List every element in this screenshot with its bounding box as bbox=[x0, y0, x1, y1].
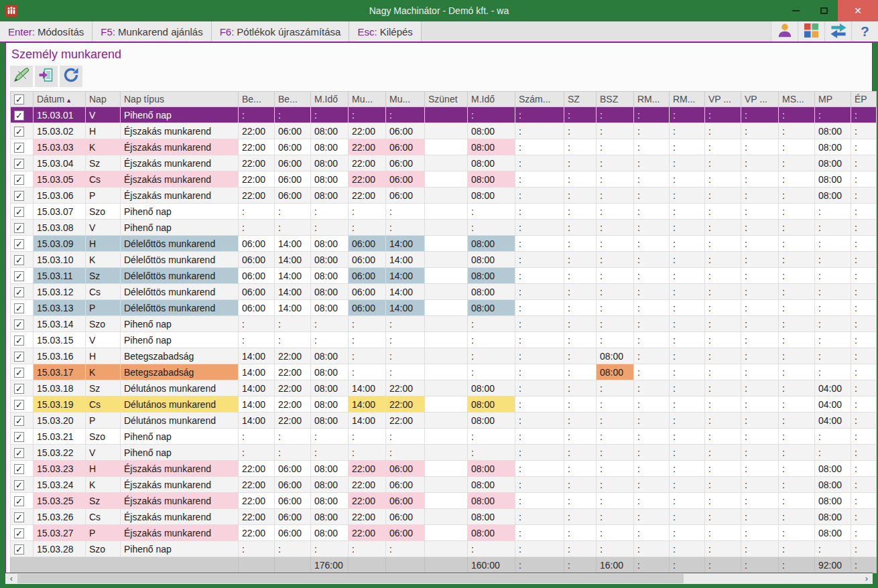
row-checkbox[interactable]: ✓ bbox=[14, 544, 24, 555]
table-row[interactable]: ✓15.03.10KDélelőttös munkarend06:0014:00… bbox=[11, 252, 877, 268]
column-header-sznet[interactable]: Szünet bbox=[425, 92, 468, 107]
table-row[interactable]: ✓15.03.27PÉjszakás munkarend22:0006:0008… bbox=[11, 525, 877, 541]
row-checkbox[interactable]: ✓ bbox=[14, 239, 24, 249]
modify-button[interactable]: Enter: Módosítás bbox=[0, 21, 92, 42]
row-checkbox[interactable]: ✓ bbox=[14, 512, 24, 522]
row-checkbox[interactable]: ✓ bbox=[14, 287, 24, 297]
row-checkbox[interactable]: ✓ bbox=[14, 464, 24, 474]
column-header-naptpus[interactable]: Nap típus bbox=[121, 92, 239, 107]
column-header-mu[interactable]: Mu... bbox=[386, 92, 425, 107]
table-row[interactable]: ✓15.03.28SzoPihenő nap:::::::::::::::: bbox=[11, 541, 877, 557]
table-row[interactable]: ✓15.03.24KÉjszakás munkarend22:0006:0008… bbox=[11, 477, 877, 493]
table-row[interactable]: ✓15.03.01VPihenő nap:::::::::::::::: bbox=[11, 107, 877, 123]
row-checkbox[interactable]: ✓ bbox=[14, 207, 24, 217]
row-checkbox[interactable]: ✓ bbox=[14, 271, 24, 281]
table-row[interactable]: ✓15.03.02HÉjszakás munkarend22:0006:0008… bbox=[11, 123, 877, 139]
table-row[interactable]: ✓15.03.09HDélelőttös munkarend06:0014:00… bbox=[11, 236, 877, 252]
value-cell: : bbox=[515, 107, 564, 123]
row-checkbox[interactable]: ✓ bbox=[14, 111, 24, 121]
row-checkbox[interactable]: ✓ bbox=[14, 368, 24, 378]
table-row[interactable]: ✓15.03.18SzDélutános munkarend14:0022:00… bbox=[11, 380, 877, 396]
row-checkbox[interactable]: ✓ bbox=[14, 448, 24, 458]
row-checkbox[interactable]: ✓ bbox=[14, 432, 24, 442]
help-button[interactable]: ? bbox=[851, 21, 878, 42]
row-checkbox[interactable]: ✓ bbox=[14, 127, 24, 137]
scrollbar-track[interactable] bbox=[17, 573, 861, 584]
row-checkbox[interactable]: ✓ bbox=[14, 496, 24, 506]
column-header-mp[interactable]: MP bbox=[815, 92, 851, 107]
column-header-rm[interactable]: RM... bbox=[634, 92, 670, 107]
column-header-rm[interactable]: RM... bbox=[670, 92, 705, 107]
table-row[interactable]: ✓15.03.07SzoPihenő nap:::::::::::::::: bbox=[11, 204, 877, 220]
edit-button[interactable] bbox=[10, 66, 33, 87]
scrollbar-thumb[interactable] bbox=[17, 574, 684, 583]
column-header-vp[interactable]: VP ... bbox=[741, 92, 779, 107]
horizontal-scrollbar[interactable]: ‹ › bbox=[5, 573, 873, 584]
export-button[interactable] bbox=[35, 66, 58, 87]
close-button[interactable]: ✕ bbox=[838, 0, 878, 21]
column-header-be[interactable]: Be... bbox=[239, 92, 275, 107]
refresh-button[interactable] bbox=[60, 66, 82, 87]
value-cell: : bbox=[634, 139, 670, 155]
row-checkbox[interactable]: ✓ bbox=[14, 303, 24, 313]
minimize-button[interactable] bbox=[781, 2, 810, 19]
table-row[interactable]: ✓15.03.08VPihenő nap:::::::::::::::: bbox=[11, 220, 877, 236]
column-header-mid[interactable]: M.Idő bbox=[468, 92, 515, 107]
column-header-mu[interactable]: Mu... bbox=[349, 92, 386, 107]
row-checkbox[interactable]: ✓ bbox=[14, 480, 24, 490]
table-row[interactable]: ✓15.03.25SzÉjszakás munkarend22:0006:000… bbox=[11, 493, 877, 509]
modules-button[interactable] bbox=[798, 21, 824, 42]
column-header-mid[interactable]: M.Idő bbox=[311, 92, 349, 107]
table-row[interactable]: ✓15.03.26CsÉjszakás munkarend22:0006:000… bbox=[11, 509, 877, 525]
select-all-header[interactable]: ✓ bbox=[11, 92, 34, 107]
exit-button[interactable]: Esc: Kilépés bbox=[349, 21, 421, 42]
row-checkbox[interactable]: ✓ bbox=[14, 319, 24, 329]
scroll-left-icon[interactable]: ‹ bbox=[5, 573, 17, 584]
column-header-be[interactable]: Be... bbox=[275, 92, 311, 107]
table-row[interactable]: ✓15.03.20PDélutános munkarend14:0022:000… bbox=[11, 413, 877, 429]
schedule-suggest-button[interactable]: F5: Munkarend ajánlás bbox=[92, 21, 211, 42]
value-cell: : bbox=[741, 268, 779, 284]
table-row[interactable]: ✓15.03.03KÉjszakás munkarend22:0006:0008… bbox=[11, 139, 877, 155]
table-row[interactable]: ✓15.03.13PDélelőttös munkarend06:0014:00… bbox=[11, 300, 877, 316]
row-checkbox[interactable]: ✓ bbox=[14, 143, 24, 153]
recalculate-supplements-button[interactable]: F6: Pótlékok újraszámítása bbox=[212, 21, 350, 42]
scroll-right-icon[interactable]: › bbox=[861, 573, 873, 584]
table-row[interactable]: ✓15.03.06PÉjszakás munkarend22:0006:0008… bbox=[11, 188, 877, 204]
column-header-szm[interactable]: Szám... bbox=[515, 92, 564, 107]
column-header-nap[interactable]: Nap bbox=[86, 92, 121, 107]
transfer-button[interactable] bbox=[824, 21, 851, 42]
row-checkbox[interactable]: ✓ bbox=[14, 159, 24, 169]
table-row[interactable]: ✓15.03.16HBetegszabadság14:0022:0008:00:… bbox=[11, 348, 877, 364]
row-checkbox[interactable]: ✓ bbox=[14, 352, 24, 362]
table-row[interactable]: ✓15.03.21SzoPihenő nap:::::::::::::::: bbox=[11, 429, 877, 445]
table-row[interactable]: ✓15.03.04SzÉjszakás munkarend22:0006:000… bbox=[11, 155, 877, 171]
row-checkbox[interactable]: ✓ bbox=[14, 528, 24, 538]
table-row[interactable]: ✓15.03.23HÉjszakás munkarend22:0006:0008… bbox=[11, 461, 877, 477]
table-row[interactable]: ✓15.03.14SzoPihenő nap:::::::::::::::: bbox=[11, 316, 877, 332]
row-checkbox[interactable]: ✓ bbox=[14, 223, 24, 233]
table-row[interactable]: ✓15.03.15VPihenő nap:::::::::::::::: bbox=[11, 332, 877, 348]
row-checkbox[interactable]: ✓ bbox=[14, 255, 24, 265]
table-row[interactable]: ✓15.03.22VPihenő nap:::::::::::::::: bbox=[11, 445, 877, 461]
table-row[interactable]: ✓15.03.19CsDélutános munkarend14:0022:00… bbox=[11, 396, 877, 413]
column-header-bsz[interactable]: BSZ bbox=[597, 92, 634, 107]
maximize-button[interactable] bbox=[810, 2, 838, 19]
table-row[interactable]: ✓15.03.17KBetegszabadság14:0022:0008:00:… bbox=[11, 364, 877, 380]
column-header-dtum[interactable]: Dátum▲ bbox=[34, 92, 86, 107]
table-row[interactable]: ✓15.03.12CsDélelőttös munkarend06:0014:0… bbox=[11, 284, 877, 300]
column-header-ms[interactable]: MS... bbox=[779, 92, 815, 107]
row-checkbox[interactable]: ✓ bbox=[14, 416, 24, 426]
column-header-sz[interactable]: SZ bbox=[564, 92, 597, 107]
user-button[interactable] bbox=[771, 21, 798, 42]
row-checkbox[interactable]: ✓ bbox=[14, 191, 24, 201]
column-header-vp[interactable]: VP ... bbox=[705, 92, 741, 107]
table-row[interactable]: ✓15.03.05CsÉjszakás munkarend22:0006:000… bbox=[11, 171, 877, 188]
row-checkbox[interactable]: ✓ bbox=[14, 400, 24, 410]
select-all-checkbox[interactable]: ✓ bbox=[14, 94, 24, 104]
row-checkbox[interactable]: ✓ bbox=[14, 384, 24, 394]
table-row[interactable]: ✓15.03.11SzDélelőttös munkarend06:0014:0… bbox=[11, 268, 877, 284]
row-checkbox[interactable]: ✓ bbox=[14, 336, 24, 346]
row-checkbox[interactable]: ✓ bbox=[14, 175, 24, 185]
column-header-p[interactable]: ÉP bbox=[851, 92, 877, 107]
